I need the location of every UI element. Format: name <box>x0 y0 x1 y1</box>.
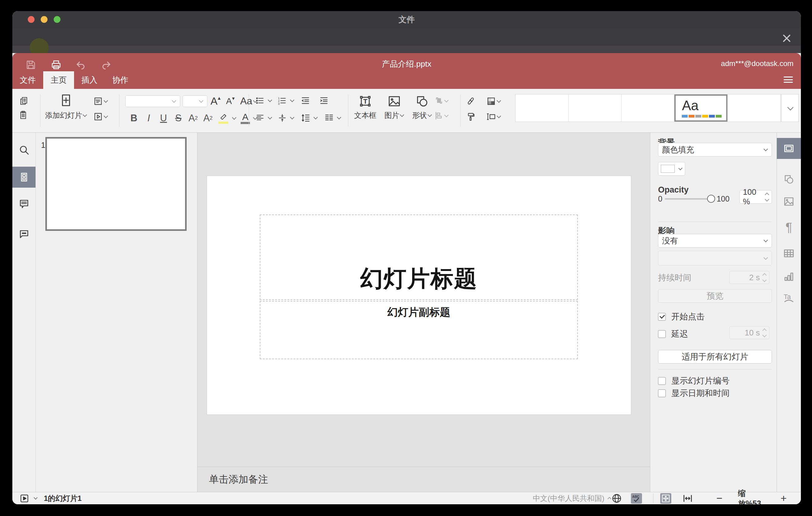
tab-insert[interactable]: 插入 <box>74 71 105 89</box>
font-size-select[interactable] <box>183 95 207 107</box>
theme-thumbnail[interactable] <box>622 94 675 122</box>
copy-icon[interactable] <box>19 96 28 106</box>
theme-thumbnail-selected[interactable]: Aa <box>674 94 727 122</box>
subtitle-placeholder[interactable]: 幻灯片副标题 <box>260 301 578 359</box>
textart-settings-icon[interactable]: Ta <box>777 288 801 309</box>
theme-thumbnail[interactable] <box>516 94 569 122</box>
chat-icon[interactable] <box>12 224 35 245</box>
fit-to-slide-icon[interactable] <box>660 493 671 504</box>
font-increase-button[interactable]: A▲ <box>210 95 222 107</box>
effect-option-select-disabled[interactable] <box>658 251 772 265</box>
editor-header: 产品介绍.pptx adm***@dootask.com 文件 主页 插入 协作 <box>12 53 801 89</box>
document-title: 产品介绍.pptx <box>12 59 801 69</box>
paragraph-settings-icon[interactable]: ¶ <box>777 217 801 238</box>
slide-canvas[interactable]: 幻灯片标题 幻灯片副标题 <box>207 176 631 414</box>
align-shape-icon[interactable] <box>434 111 448 120</box>
slide-settings-icon[interactable] <box>777 138 801 159</box>
show-slide-number-checkbox[interactable] <box>658 377 666 385</box>
shape-button[interactable]: 形状 <box>412 94 432 120</box>
set-language-icon[interactable] <box>611 492 622 504</box>
chart-settings-icon[interactable] <box>777 266 801 287</box>
strikethrough-button[interactable]: S <box>171 113 186 124</box>
shape-label: 形状 <box>412 111 427 120</box>
show-date-time-checkbox[interactable] <box>658 390 666 397</box>
start-on-click-row: 开始点击 <box>658 311 772 322</box>
superscript-button[interactable]: A2 <box>186 113 201 124</box>
fill-color-swatch[interactable] <box>658 162 685 176</box>
delay-checkbox[interactable] <box>658 330 666 338</box>
textbox-button[interactable]: T 文本框 <box>354 94 376 120</box>
slide-thumbnails-panel: 1 <box>36 133 198 492</box>
decrease-indent-icon[interactable] <box>299 96 312 106</box>
slides-panel-icon[interactable] <box>12 167 35 188</box>
app-window: 文件 产品介绍.pptx adm***@dootask.com <box>12 11 801 504</box>
subscript-button[interactable]: A2 <box>201 113 215 124</box>
fit-to-width-icon[interactable] <box>683 492 693 504</box>
menu-icon[interactable] <box>784 77 793 83</box>
delay-spinbox[interactable]: 10 s <box>729 326 770 339</box>
underline-button[interactable]: U <box>156 113 171 124</box>
slide-layout-button[interactable] <box>93 96 108 106</box>
start-slideshow-status-icon[interactable] <box>19 493 30 504</box>
close-icon[interactable] <box>781 32 793 45</box>
font-decrease-button[interactable]: A▼ <box>225 96 237 106</box>
arrange-shape-icon[interactable] <box>434 96 448 106</box>
color-scheme-icon[interactable] <box>486 96 501 106</box>
theme-thumbnail[interactable] <box>727 94 781 122</box>
comments-icon[interactable] <box>12 194 35 214</box>
bullet-list-icon[interactable] <box>254 96 266 105</box>
home-toolbar: 添加幻灯片 A▲ A▼ <box>12 89 801 133</box>
start-slideshow-button[interactable] <box>93 112 108 122</box>
horizontal-align-icon[interactable] <box>254 113 266 122</box>
table-settings-icon[interactable] <box>777 243 801 264</box>
effect-select[interactable]: 没有 <box>658 234 772 248</box>
opacity-slider-knob[interactable] <box>707 195 715 203</box>
preview-button[interactable]: 预览 <box>658 289 772 303</box>
delay-label: 延迟 <box>671 328 688 340</box>
bold-button[interactable]: B <box>126 113 141 124</box>
font-name-select[interactable] <box>125 95 180 107</box>
notes-placeholder: 单击添加备注 <box>209 473 268 486</box>
copy-style-icon[interactable] <box>466 112 476 122</box>
panel-divider <box>658 369 772 369</box>
show-slide-number-row: 显示幻灯片编号 <box>658 375 772 386</box>
theme-color-bars <box>682 115 726 118</box>
language-selector[interactable]: 中文(中华人民共和国) <box>533 492 611 504</box>
apply-to-all-button[interactable]: 适用于所有幻灯片 <box>658 350 772 364</box>
add-slide-button[interactable]: 添加幻灯片 <box>45 93 88 120</box>
slide-thumbnail-selected[interactable] <box>45 137 187 231</box>
spellcheck-icon[interactable]: ABC <box>631 493 642 504</box>
vertical-align-icon[interactable] <box>276 113 289 122</box>
theme-gallery-expand-icon[interactable] <box>781 94 799 122</box>
line-spacing-icon[interactable] <box>299 113 312 123</box>
opacity-slider[interactable] <box>665 198 711 200</box>
right-sidebar: ¶ Ta <box>777 133 801 492</box>
italic-button[interactable]: I <box>141 113 156 124</box>
font-color-button[interactable]: A <box>238 112 252 124</box>
paste-icon[interactable] <box>19 111 28 120</box>
theme-thumbnail[interactable] <box>569 94 622 122</box>
numbered-list-icon[interactable]: 123 <box>276 96 289 105</box>
zoom-in-icon[interactable]: + <box>781 492 787 504</box>
duration-spinbox[interactable]: 2 s <box>729 271 770 284</box>
opacity-spinbox[interactable]: 100 % <box>740 190 772 204</box>
increase-indent-icon[interactable] <box>317 96 331 106</box>
left-sidebar <box>12 133 36 492</box>
start-on-click-checkbox[interactable] <box>658 313 666 321</box>
tab-home[interactable]: 主页 <box>43 71 74 89</box>
columns-icon[interactable] <box>322 113 336 123</box>
notes-area[interactable]: 单击添加备注 <box>198 467 650 492</box>
tab-file[interactable]: 文件 <box>12 71 43 89</box>
title-placeholder[interactable]: 幻灯片标题 <box>260 214 578 300</box>
image-settings-icon[interactable] <box>777 191 801 212</box>
tab-collaboration[interactable]: 协作 <box>105 71 136 89</box>
image-button[interactable]: 图片 <box>384 94 404 120</box>
highlight-color-button[interactable] <box>215 113 231 124</box>
zoom-out-icon[interactable]: − <box>716 492 723 504</box>
svg-text:3: 3 <box>278 102 280 105</box>
slide-size-icon[interactable] <box>486 112 501 122</box>
background-fill-select[interactable]: 颜色填充 <box>658 143 772 156</box>
search-icon[interactable] <box>12 140 35 161</box>
shape-settings-icon[interactable] <box>777 169 801 190</box>
clear-style-icon[interactable] <box>466 96 476 106</box>
